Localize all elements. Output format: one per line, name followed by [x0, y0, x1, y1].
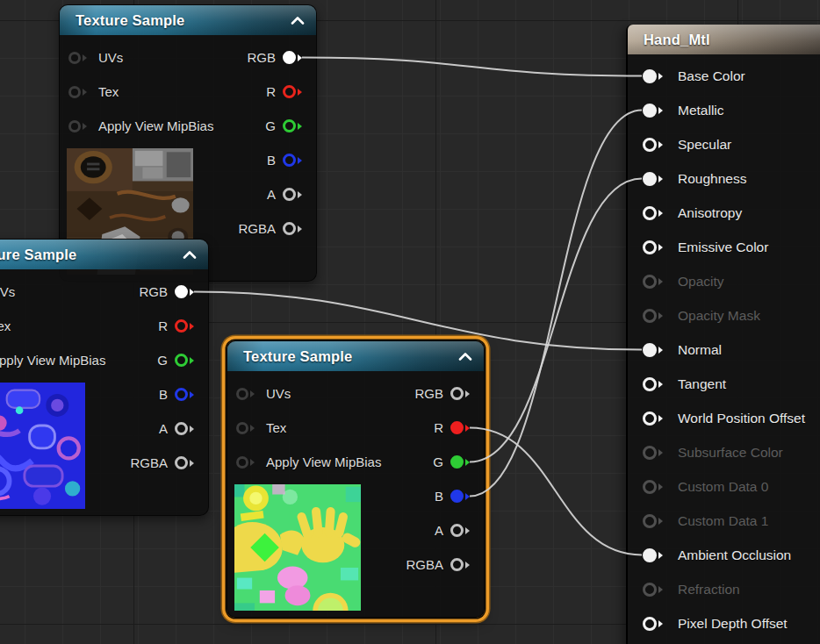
output-pin-a[interactable]	[283, 188, 306, 201]
output-pin-a[interactable]	[450, 524, 473, 537]
output-pin-g-dot[interactable]	[283, 119, 296, 132]
output-pin-b[interactable]	[283, 154, 306, 167]
input-pin-apply-view-mipbias[interactable]	[236, 456, 258, 469]
output-pin-g-dot[interactable]	[175, 354, 188, 367]
material-input-pin-subsurface-color-dot[interactable]	[643, 446, 657, 460]
input-pin-tex[interactable]	[236, 422, 258, 434]
output-pin-r[interactable]	[175, 319, 198, 333]
input-pin-group: Tex	[0, 318, 11, 333]
output-pin-b-dot[interactable]	[450, 490, 464, 503]
material-input-pin-normal-dot[interactable]	[643, 343, 657, 357]
output-pin-r[interactable]	[283, 85, 306, 98]
output-pin-rgb-dot[interactable]	[175, 285, 188, 298]
wire-texture_sample_top.rgb-to-base-color[interactable]	[302, 58, 642, 76]
output-pin-g-dot[interactable]	[450, 455, 464, 469]
input-pin-apply-view-mipbias[interactable]	[68, 120, 90, 132]
material-input-pin-opacity-mask[interactable]	[643, 309, 666, 323]
material-input-pin-metallic[interactable]	[643, 104, 666, 118]
input-pin-apply-view-mipbias-dot[interactable]	[68, 120, 81, 132]
input-label-apply-view-mipbias: Apply View MipBias	[266, 454, 381, 469]
output-pin-g[interactable]	[283, 119, 306, 132]
material-input-pin-ambient-occlusion-dot[interactable]	[643, 548, 657, 562]
texture-sample-node-left[interactable]: Texture Sample	[0, 239, 209, 516]
output-pin-b[interactable]	[175, 388, 198, 401]
material-input-pin-metallic-dot[interactable]	[643, 104, 657, 118]
output-pin-a-dot[interactable]	[283, 188, 296, 201]
output-pin-r-dot[interactable]	[450, 421, 464, 434]
output-label-r: R	[266, 84, 276, 99]
output-pin-rgba[interactable]	[175, 456, 198, 469]
material-input-pin-custom-data-1[interactable]	[643, 514, 666, 528]
material-input-pin-emissive-color-dot[interactable]	[643, 240, 657, 254]
material-input-pin-pixel-depth-offset-dot[interactable]	[643, 617, 657, 631]
input-pin-uvs[interactable]	[68, 52, 90, 64]
material-input-pin-base-color-dot[interactable]	[643, 69, 657, 83]
material-input-pin-anisotropy-dot[interactable]	[643, 206, 657, 220]
node-header[interactable]: Texture Sample	[60, 5, 316, 35]
material-input-pin-tangent-dot[interactable]	[643, 377, 657, 391]
output-pin-rgb[interactable]	[450, 387, 473, 400]
output-pin-r-dot[interactable]	[175, 319, 188, 333]
material-input-pin-specular[interactable]	[643, 138, 666, 152]
material-input-pin-subsurface-color[interactable]	[643, 446, 666, 460]
material-input-pin-custom-data-0[interactable]	[643, 480, 666, 494]
material-input-pin-roughness[interactable]	[643, 172, 666, 186]
node-header[interactable]: Hand_Mtl	[628, 25, 820, 54]
material-input-pin-opacity[interactable]	[643, 275, 666, 289]
output-pin-rgba-dot[interactable]	[450, 558, 464, 571]
pin-row: B	[0, 377, 208, 411]
wire-texture_sample_selected.b-to-metallic[interactable]	[470, 111, 642, 497]
material-input-pin-world-position-offset-dot[interactable]	[643, 411, 657, 426]
output-pin-rgba-dot[interactable]	[283, 222, 296, 235]
pin-arrow-icon	[658, 73, 666, 80]
output-pin-rgba[interactable]	[283, 222, 306, 235]
material-input-pin-tangent[interactable]	[643, 377, 666, 391]
output-pin-rgb-dot[interactable]	[283, 51, 296, 64]
texture-sample-node-selected[interactable]: Texture Sample	[227, 340, 485, 618]
material-input-pin-base-color[interactable]	[643, 69, 666, 83]
material-input-pin-custom-data-0-dot[interactable]	[643, 480, 657, 494]
material-input-pin-world-position-offset[interactable]	[643, 411, 666, 426]
input-pin-tex-dot[interactable]	[236, 422, 248, 434]
collapse-chevron-up-icon[interactable]	[291, 17, 305, 25]
material-input-pin-specular-dot[interactable]	[643, 138, 657, 152]
output-pin-a[interactable]	[175, 422, 198, 435]
input-pin-uvs-dot[interactable]	[68, 52, 81, 64]
node-header[interactable]: Texture Sample	[0, 240, 208, 269]
material-input-pin-opacity-dot[interactable]	[643, 275, 657, 289]
material-input-pin-normal[interactable]	[643, 343, 666, 357]
material-input-pin-emissive-color[interactable]	[643, 240, 666, 254]
output-pin-b-dot[interactable]	[175, 388, 188, 401]
pin-arrow-icon	[658, 347, 666, 354]
wire-texture_sample_selected.g-to-roughness[interactable]	[470, 179, 642, 462]
collapse-chevron-up-icon[interactable]	[458, 353, 472, 361]
output-pin-a-dot[interactable]	[175, 422, 188, 435]
pin-row: UVsRGB	[0, 275, 208, 309]
material-input-pin-anisotropy[interactable]	[643, 206, 666, 220]
material-input-pin-roughness-dot[interactable]	[643, 172, 657, 186]
input-pin-tex-dot[interactable]	[68, 86, 81, 98]
pin-arrow-icon	[658, 415, 666, 422]
output-pin-a-dot[interactable]	[450, 524, 464, 537]
output-pin-g[interactable]	[175, 354, 198, 367]
input-pin-tex[interactable]	[68, 86, 90, 98]
material-input-pin-ambient-occlusion[interactable]	[643, 548, 666, 562]
output-pin-rgba[interactable]	[450, 558, 473, 571]
input-pin-uvs-dot[interactable]	[236, 388, 248, 400]
collapse-chevron-up-icon[interactable]	[183, 251, 197, 259]
output-pin-rgb-dot[interactable]	[450, 387, 464, 400]
material-result-node[interactable]: Hand_Mtl Base ColorMetallicSpecularRough…	[626, 25, 820, 644]
output-pin-rgba-dot[interactable]	[175, 456, 188, 469]
material-input-pin-refraction-dot[interactable]	[643, 583, 657, 597]
wire-texture_sample_selected.r-to-ambient-occlusion[interactable]	[470, 428, 642, 555]
input-pin-apply-view-mipbias-dot[interactable]	[236, 456, 248, 469]
output-pin-b-dot[interactable]	[283, 154, 296, 167]
material-input-pin-custom-data-1-dot[interactable]	[643, 514, 657, 528]
material-input-pin-pixel-depth-offset[interactable]	[643, 617, 666, 631]
graph-canvas[interactable]: Texture Sample	[0, 0, 820, 644]
material-input-pin-opacity-mask-dot[interactable]	[643, 309, 657, 323]
output-pin-r-dot[interactable]	[283, 85, 296, 98]
node-header[interactable]: Texture Sample	[227, 341, 484, 371]
input-pin-uvs[interactable]	[236, 388, 258, 400]
material-input-pin-refraction[interactable]	[643, 583, 666, 597]
